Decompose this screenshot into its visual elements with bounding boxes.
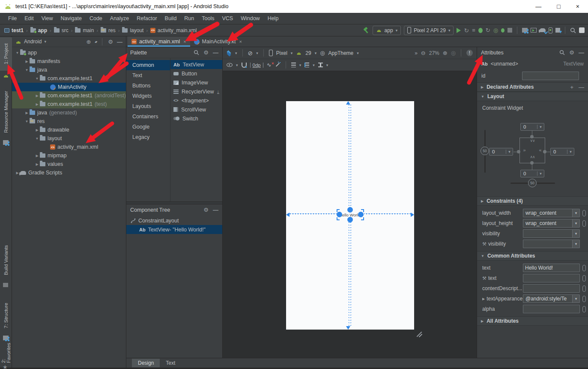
add-attribute-icon[interactable]: + xyxy=(570,84,573,90)
tree-item-mainactivity[interactable]: MainActivity xyxy=(12,83,126,91)
tree-item-layout[interactable]: ▼layout xyxy=(12,134,126,143)
chevron-down-icon[interactable]: ▼ xyxy=(24,68,30,72)
zoom-in-icon[interactable]: ⊕ xyxy=(443,50,448,56)
zoom-to-fit-icon[interactable]: ◎ xyxy=(451,50,456,56)
palette-item-button[interactable]: Button xyxy=(170,69,222,78)
palette-category-buttons[interactable]: Buttons xyxy=(126,81,170,91)
section-all-attributes[interactable]: ▶ All Attributes xyxy=(477,316,588,326)
component-textview[interactable]: Ab TextView- "Hello World!" xyxy=(126,225,222,234)
palette-category-legacy[interactable]: Legacy xyxy=(126,132,170,142)
constraint-anchor-bottom[interactable] xyxy=(530,161,534,165)
breadcrumb-layout[interactable]: layout xyxy=(121,27,144,33)
tree-item-activity-main-xml[interactable]: activity_main.xml xyxy=(12,143,126,151)
resource-picker-icon[interactable] xyxy=(582,296,586,302)
tab-activity-main-xml[interactable]: activity_main.xml × xyxy=(128,36,190,47)
run-button[interactable] xyxy=(457,28,461,33)
margin-bottom-dropdown[interactable]: 0▾ xyxy=(520,170,544,177)
constraint-handle-bottom[interactable] xyxy=(347,217,353,222)
margin-top-dropdown[interactable]: 0▾ xyxy=(520,123,544,131)
menu-code[interactable]: Code xyxy=(86,14,106,23)
device-artboard[interactable]: Hello World! xyxy=(286,101,414,330)
tree-item-java[interactable]: ▼java xyxy=(12,66,126,74)
align-icon[interactable] xyxy=(304,63,309,67)
margin-left-dropdown[interactable]: 0▾ xyxy=(489,148,513,156)
palette-item-switch[interactable]: Switch xyxy=(170,114,222,123)
menu-edit[interactable]: Edit xyxy=(21,14,38,23)
clear-constraints-icon[interactable]: ∿× xyxy=(267,62,272,68)
tree-item-package-test[interactable]: ▶com.example.test1(test) xyxy=(12,100,126,108)
download-icon[interactable]: ↓ xyxy=(217,89,220,94)
layout-height-dropdown[interactable]: wrap_content▾ xyxy=(523,219,580,228)
breadcrumb-res[interactable]: res xyxy=(100,27,116,33)
tools-visibility-dropdown[interactable]: ▾ xyxy=(523,240,580,248)
palette-category-google[interactable]: Google xyxy=(126,122,170,132)
gear-icon[interactable]: ⚙ xyxy=(203,207,209,213)
margin-right-dropdown[interactable]: 0▾ xyxy=(550,148,574,156)
infer-constraints-icon[interactable] xyxy=(275,62,281,68)
chevron-down-icon[interactable]: ▼ xyxy=(24,120,30,123)
close-icon[interactable]: × xyxy=(183,39,186,44)
constraint-anchor-right[interactable] xyxy=(543,150,546,153)
constraint-handle-left[interactable] xyxy=(337,212,342,217)
tree-item-app[interactable]: ▼app xyxy=(12,48,126,57)
coverage-icon[interactable]: ≡ xyxy=(472,27,475,33)
resource-picker-icon[interactable] xyxy=(582,265,586,271)
more-actions-icon[interactable]: » xyxy=(415,50,418,56)
tool-window-build-variants[interactable]: Build Variants xyxy=(0,240,12,280)
chevron-right-icon[interactable]: ▶ xyxy=(34,154,40,158)
canvas-resize-handle[interactable] xyxy=(415,330,423,338)
hide-panel-icon[interactable]: — xyxy=(213,207,218,213)
tree-item-package-androidtest[interactable]: ▶com.example.test1(androidTest) xyxy=(12,91,126,100)
menu-file[interactable]: File xyxy=(4,14,21,23)
palette-item-fragment[interactable]: <><fragment> xyxy=(170,96,222,105)
menu-tools[interactable]: Tools xyxy=(198,14,218,23)
pack-icon[interactable] xyxy=(291,63,296,67)
text-field[interactable] xyxy=(523,264,580,272)
tool-window-structure[interactable]: 7: Structure xyxy=(0,298,12,333)
menu-run[interactable]: Run xyxy=(180,14,198,23)
palette-category-text[interactable]: Text xyxy=(126,70,170,81)
project-structure-icon[interactable] xyxy=(522,28,528,33)
palette-category-containers[interactable]: Containers xyxy=(126,111,170,122)
zoom-out-icon[interactable]: ⊖ xyxy=(421,50,426,56)
search-icon[interactable] xyxy=(570,27,576,33)
view-options-icon[interactable] xyxy=(227,63,233,67)
component-constraintlayout[interactable]: ConstraintLayout xyxy=(126,216,222,225)
palette-item-textview[interactable]: AbTextView xyxy=(170,60,222,69)
avd-manager-icon[interactable] xyxy=(531,28,537,33)
palette-category-common[interactable]: Common xyxy=(126,60,170,70)
constraint-handle-top[interactable] xyxy=(347,207,353,213)
attach-debugger-icon[interactable]: ↻ xyxy=(486,27,490,33)
maximize-button[interactable]: □ xyxy=(557,3,560,10)
chevron-right-icon[interactable]: ▶ xyxy=(34,128,40,132)
default-margin-selector[interactable]: 0dp xyxy=(250,63,263,68)
breadcrumb-main[interactable]: main xyxy=(74,27,95,33)
chevron-right-icon[interactable]: ▶ xyxy=(482,297,485,301)
attach-profiler-icon[interactable] xyxy=(501,28,504,33)
tree-item-manifests[interactable]: ▶manifests xyxy=(12,57,126,66)
menu-refactor[interactable]: Refactor xyxy=(133,14,161,23)
remove-attribute-icon[interactable]: — xyxy=(579,84,584,90)
resource-picker-icon[interactable] xyxy=(582,210,586,216)
layout-width-dropdown[interactable]: wrap_content▾ xyxy=(523,209,580,217)
minimize-button[interactable]: — xyxy=(535,3,541,10)
sdk-manager-icon[interactable] xyxy=(549,27,552,33)
chevron-down-icon[interactable]: ▼ xyxy=(34,77,40,81)
vertical-bias-knob[interactable]: 50 xyxy=(481,147,489,155)
tree-item-values[interactable]: ▶values xyxy=(12,160,126,168)
tree-item-res[interactable]: ▼res xyxy=(12,117,126,126)
hide-panel-icon[interactable]: — xyxy=(213,49,218,56)
device-file-explorer-icon[interactable] xyxy=(555,28,560,33)
palette-category-widgets[interactable]: Widgets xyxy=(126,91,170,101)
resource-picker-icon[interactable] xyxy=(582,220,586,227)
tree-item-mipmap[interactable]: ▶mipmap xyxy=(12,151,126,160)
text-appearance-dropdown[interactable]: @android:style/Te▾ xyxy=(523,294,580,303)
chevron-right-icon[interactable]: ▶ xyxy=(24,111,30,115)
palette-item-recyclerview[interactable]: RecyclerView↓ xyxy=(170,87,222,96)
breadcrumb-test1[interactable]: test1 xyxy=(3,27,24,33)
rerun-icon[interactable]: ↻ xyxy=(464,27,469,34)
palette-category-layouts[interactable]: Layouts xyxy=(126,101,170,111)
tool-window-resource-manager[interactable]: Resource Manager xyxy=(0,86,12,138)
menu-analyze[interactable]: Analyze xyxy=(106,14,133,23)
chevron-down-icon[interactable]: ▼ xyxy=(34,137,40,141)
